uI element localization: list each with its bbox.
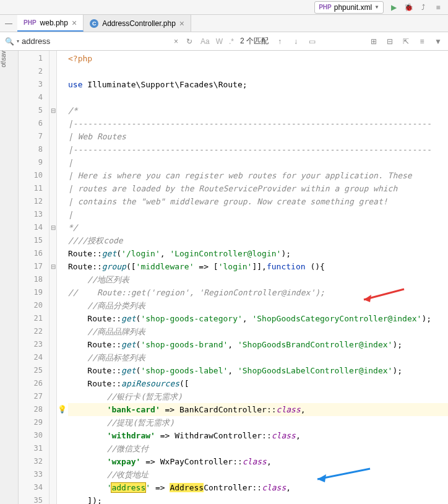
php-icon: PHP <box>319 4 332 11</box>
minimize-icon[interactable]: — <box>0 19 17 28</box>
select-all-icon[interactable]: ▭ <box>307 37 317 46</box>
fold-icon[interactable]: ⊟ <box>50 221 56 234</box>
match-case-toggle[interactable]: Aa <box>200 37 210 46</box>
close-icon[interactable]: × <box>72 18 77 28</box>
whole-word-toggle[interactable]: W <box>216 37 223 46</box>
regex-toggle[interactable]: .* <box>229 37 234 46</box>
add-selection-icon[interactable]: ⊞ <box>369 37 379 46</box>
search-match: Address <box>170 483 204 492</box>
filter-icon[interactable]: ▼ <box>433 37 443 46</box>
tab-address-controller[interactable]: C AddressController.php × <box>84 15 191 32</box>
find-bar: 🔍 ▾ × ↻ Aa W .* 2 个匹配 ↑ ↓ ▭ ⊞ ⊟ ⇱ ≡ ▼ <box>0 32 448 51</box>
fold-icon[interactable]: ⊟ <box>50 260 56 273</box>
search-history-icon[interactable]: ▾ <box>17 38 19 44</box>
editor-area: ot\sav 123456789101112131415161718192021… <box>0 51 448 504</box>
chevron-down-icon: ▼ <box>374 4 379 10</box>
top-toolbar: PHP phpunit.xml ▼ ▶ 🐞 ⤴ ■ <box>0 0 448 15</box>
debug-icon[interactable]: 🐞 <box>403 2 413 12</box>
project-path-label: ot\sav <box>0 51 7 70</box>
prev-match-icon[interactable]: ↑ <box>275 37 285 46</box>
search-input[interactable] <box>22 37 171 46</box>
clear-search-icon[interactable]: × <box>174 37 178 46</box>
editor-tabs: — PHP web.php × C AddressController.php … <box>0 15 448 32</box>
search-match-current: address <box>111 483 145 492</box>
run-configuration-selector[interactable]: PHP phpunit.xml ▼ <box>314 1 384 14</box>
tab-web-php[interactable]: PHP web.php × <box>17 15 84 32</box>
class-icon: C <box>90 19 98 28</box>
export-icon[interactable]: ⇱ <box>401 37 411 46</box>
search-icon: 🔍 <box>5 37 14 46</box>
stop-icon[interactable]: ■ <box>433 2 443 12</box>
close-icon[interactable]: × <box>179 19 184 28</box>
remove-selection-icon[interactable]: ⊟ <box>385 37 395 46</box>
run-coverage-icon[interactable]: ⤴ <box>418 2 428 12</box>
settings-icon[interactable]: ≡ <box>417 37 427 46</box>
search-history-dropdown-icon[interactable]: ↻ <box>184 37 194 46</box>
run-config-name: phpunit.xml <box>334 3 372 12</box>
next-match-icon[interactable]: ↓ <box>291 37 301 46</box>
fold-gutter: ⊟⊟⊟ <box>50 51 57 504</box>
run-icon[interactable]: ▶ <box>389 2 398 12</box>
match-count: 2 个匹配 <box>240 36 269 46</box>
fold-icon[interactable]: ⊟ <box>50 104 56 117</box>
code-editor[interactable]: <?php use Illuminate\Support\Facades\Rou… <box>67 51 448 504</box>
php-file-icon: PHP <box>24 19 37 26</box>
tab-label: web.php <box>40 19 68 27</box>
editor-icons-gutter: 💡 <box>57 51 67 504</box>
intention-bulb-icon[interactable]: 💡 <box>57 403 67 416</box>
project-tool-strip[interactable]: ot\sav <box>0 51 19 504</box>
line-number-gutter: 1234567891011121314151617181920212223242… <box>19 51 50 504</box>
tab-label: AddressController.php <box>102 19 176 28</box>
